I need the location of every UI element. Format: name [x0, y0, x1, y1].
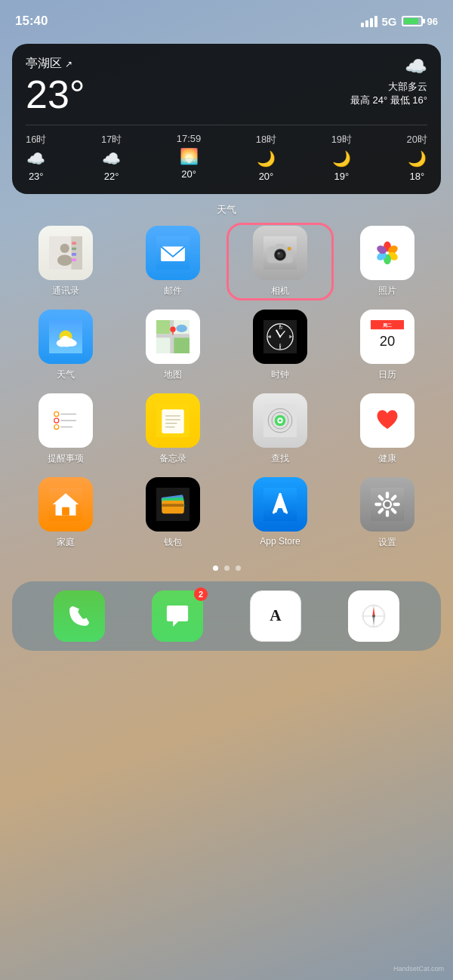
svg-line-96: [393, 510, 396, 513]
app-notes[interactable]: 备忘录: [122, 393, 223, 465]
forecast-0: 16时 ☁️ 23°: [26, 133, 46, 182]
svg-point-31: [60, 336, 69, 344]
svg-text:3: 3: [289, 335, 291, 339]
svg-rect-34: [170, 320, 174, 353]
svg-rect-8: [72, 258, 76, 261]
svg-rect-5: [72, 242, 76, 245]
svg-line-98: [380, 510, 383, 513]
network-type: 5G: [382, 15, 397, 28]
svg-point-38: [170, 327, 175, 332]
weather-right: ☁️ 大部多云 最高 24° 最低 16°: [350, 56, 427, 107]
app-clock-label: 时钟: [271, 368, 289, 381]
app-contacts[interactable]: 通讯录: [15, 226, 116, 297]
weather-location: 亭湖区 ↗: [26, 56, 85, 72]
app-reminders-label: 提醒事项: [48, 452, 84, 465]
svg-rect-6: [72, 248, 76, 251]
app-weather[interactable]: 天气: [15, 310, 116, 381]
svg-text:9: 9: [269, 335, 271, 339]
svg-point-14: [274, 249, 286, 261]
svg-rect-36: [174, 337, 190, 353]
svg-point-17: [278, 252, 280, 254]
app-maps-label: 地图: [164, 368, 182, 381]
dock-messages[interactable]: 2: [152, 590, 203, 642]
svg-rect-19: [371, 236, 404, 270]
svg-rect-7: [72, 253, 76, 256]
app-findmy[interactable]: 查找: [230, 393, 331, 465]
location-arrow-icon: ↗: [65, 59, 72, 69]
svg-text:20: 20: [380, 333, 395, 349]
weather-description: 大部多云: [350, 80, 427, 94]
app-settings-label: 设置: [378, 536, 396, 549]
page-dot-2[interactable]: [236, 566, 241, 571]
watermark: HandsetCat.com: [393, 965, 444, 972]
battery-level: 96: [427, 16, 438, 27]
app-calendar[interactable]: 周二 20 日历: [337, 310, 438, 381]
page-dot-0[interactable]: [213, 566, 218, 571]
battery-indicator: 96: [402, 16, 438, 27]
app-health-label: 健康: [378, 452, 396, 465]
status-right: 5G 96: [361, 15, 438, 28]
app-camera-label: 相机: [271, 285, 289, 297]
app-weather-label: 天气: [57, 368, 75, 381]
widget-label: 天气: [0, 203, 453, 217]
svg-point-37: [176, 325, 187, 332]
app-appstore[interactable]: App Store: [230, 477, 331, 549]
app-wallet-label: 钱包: [164, 536, 182, 549]
svg-point-106: [372, 615, 375, 618]
app-calendar-label: 日历: [378, 368, 396, 381]
messages-badge: 2: [194, 587, 208, 601]
app-photos[interactable]: 照片: [337, 226, 438, 297]
svg-line-97: [393, 497, 396, 500]
svg-point-90: [384, 501, 390, 507]
dock-safari[interactable]: [348, 590, 399, 642]
cloud-icon: ☁️: [350, 56, 427, 77]
forecast-3: 18时 🌙 20°: [256, 133, 276, 182]
page-dot-1[interactable]: [224, 566, 230, 571]
weather-forecast: 16时 ☁️ 23° 17时 ☁️ 22° 17:59 🌅 20° 18时 🌙 …: [26, 125, 427, 182]
svg-rect-79: [62, 507, 69, 516]
forecast-5: 20时 🌙 18°: [407, 133, 427, 182]
svg-rect-12: [267, 246, 293, 263]
app-notes-label: 备忘录: [159, 452, 186, 465]
svg-rect-84: [162, 504, 183, 507]
svg-text:6: 6: [279, 344, 282, 347]
app-home-label: 家庭: [57, 536, 75, 549]
forecast-4: 19时 🌙 19°: [331, 133, 352, 182]
app-grid: 通讯录 邮件: [0, 223, 453, 549]
weather-high-low: 最高 24° 最低 16°: [350, 94, 427, 107]
svg-rect-11: [263, 236, 297, 270]
app-clock[interactable]: 12 3 6 9 时钟: [230, 310, 331, 381]
app-mail[interactable]: 邮件: [122, 226, 223, 297]
svg-point-52: [279, 336, 281, 337]
svg-rect-65: [162, 409, 183, 433]
app-mail-label: 邮件: [164, 285, 182, 297]
weather-widget[interactable]: 亭湖区 ↗ 23° ☁️ 大部多云 最高 24° 最低 16° 16时 ☁️ 2…: [12, 44, 441, 194]
dock-dictation[interactable]: A: [250, 590, 301, 642]
svg-text:周二: 周二: [382, 322, 392, 328]
app-health[interactable]: 健康: [337, 393, 438, 465]
svg-point-18: [288, 247, 291, 251]
svg-point-16: [277, 251, 284, 258]
forecast-2: 17:59 🌅 20°: [177, 133, 202, 182]
app-reminders[interactable]: 提醒事项: [15, 393, 116, 465]
app-maps[interactable]: 地图: [122, 310, 223, 381]
svg-text:A: A: [270, 606, 282, 624]
svg-point-4: [57, 254, 72, 266]
svg-rect-13: [276, 244, 285, 248]
dock: 2 A: [12, 581, 441, 651]
app-findmy-label: 查找: [271, 452, 289, 465]
app-contacts-label: 通讯录: [52, 285, 79, 297]
app-wallet[interactable]: 钱包: [122, 477, 223, 549]
svg-point-75: [279, 419, 282, 422]
app-photos-label: 照片: [378, 285, 396, 297]
app-home[interactable]: 家庭: [15, 477, 116, 549]
svg-line-95: [380, 497, 383, 500]
app-settings[interactable]: 设置: [337, 477, 438, 549]
dock-phone[interactable]: [54, 590, 105, 642]
page-dots[interactable]: [0, 566, 453, 571]
svg-point-15: [275, 250, 285, 260]
app-camera[interactable]: 相机: [230, 226, 331, 297]
forecast-1: 17时 ☁️ 22°: [101, 133, 122, 182]
svg-rect-83: [162, 501, 183, 513]
svg-rect-35: [156, 320, 170, 334]
